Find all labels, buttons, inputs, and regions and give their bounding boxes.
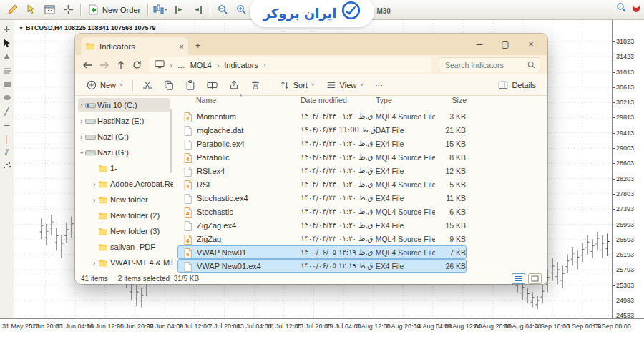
file-row[interactable]: 4 VWAP New01 ۱۴۰۰/۰۶/۰۵ ق.ظ ۱۲:۱۹ MQL4 S… xyxy=(177,245,467,259)
pattern-tool-icon[interactable] xyxy=(1,159,14,172)
forward-icon[interactable] xyxy=(99,61,109,69)
pencil-icon[interactable] xyxy=(4,1,21,19)
paste-button[interactable] xyxy=(181,78,200,92)
alert-icon[interactable] xyxy=(631,3,641,16)
file-size: 12 KB xyxy=(435,167,466,175)
rectangle-tool-icon[interactable] xyxy=(1,77,14,91)
tab-close-icon[interactable]: × xyxy=(180,42,184,51)
file-row[interactable]: ZigZag.ex4 ۱۴۰۴/۰۴/۲۳ ق.ظ ۰۱:۲۰ EX4 File… xyxy=(177,218,467,232)
column-header-type[interactable]: Type xyxy=(376,96,436,108)
drive-icon xyxy=(85,117,97,125)
maximize-button[interactable]: ▢ xyxy=(499,39,512,49)
tree-item[interactable]: › Adobe.Acrobat.Reader.D xyxy=(78,177,173,191)
column-header-size[interactable]: Size xyxy=(436,96,467,108)
price-axis[interactable]: 3182331423310133061330213298132941329003… xyxy=(613,20,644,318)
view-button[interactable]: View˅ xyxy=(322,78,368,92)
file-row[interactable]: RSI.ex4 ۱۴۰۴/۰۴/۲۳ ق.ظ ۰۱:۲۰ EX4 File 12… xyxy=(177,164,467,177)
ellipse-tool-icon[interactable] xyxy=(1,91,14,104)
mql4-file-icon: 4 xyxy=(183,248,192,258)
file-row[interactable]: 4 Stochastic ۱۴۰۴/۰۴/۲۳ ق.ظ ۰۱:۲۰ MQL4 S… xyxy=(177,205,467,218)
cut-button[interactable] xyxy=(138,78,157,92)
tree-item[interactable]: New folder (2) xyxy=(78,208,173,223)
more-options-button[interactable]: ··· xyxy=(371,79,387,92)
zoom-in-icon[interactable] xyxy=(233,1,250,19)
timeframe-M30-button[interactable]: M30 xyxy=(372,4,394,18)
new-order-button[interactable]: New Order xyxy=(84,1,144,19)
breadcrumb-item-indicators[interactable]: Indicators xyxy=(224,61,258,69)
tree-item[interactable]: › New folder xyxy=(78,192,173,207)
thumbnail-view-toggle[interactable] xyxy=(528,273,542,284)
rename-button[interactable] xyxy=(203,78,222,92)
tree-item[interactable]: 1- xyxy=(78,161,173,175)
tree-item[interactable]: › Nazi (G:) xyxy=(78,145,170,160)
explorer-titlebar[interactable]: Indicators × + ─ ▢ × xyxy=(75,34,547,55)
drive-icon xyxy=(85,149,97,157)
mql4-file-icon: 4 xyxy=(183,235,192,245)
tree-item-label: New folder (3) xyxy=(110,227,160,235)
share-button[interactable] xyxy=(225,78,243,92)
column-header-name[interactable]: ∧Name xyxy=(177,96,301,108)
explorer-tab-indicators[interactable]: Indicators × xyxy=(81,37,188,55)
file-row[interactable]: 4 ZigZag ۱۴۰۴/۰۴/۲۳ ق.ظ ۰۱:۲۰ MQL4 Sourc… xyxy=(177,232,467,245)
vertical-line-tool-icon[interactable]: │ xyxy=(1,132,14,145)
mt4-drawing-toolbar: ✛ ╱ ─ │ ⫽ xyxy=(0,20,14,318)
minimize-button[interactable]: ─ xyxy=(473,39,486,49)
delete-button[interactable] xyxy=(246,78,265,92)
price-tick: 26193 xyxy=(616,251,634,258)
diagonal-line-tool-icon[interactable]: ╱ xyxy=(1,104,14,118)
file-row[interactable]: mqlcache.dat ۱۴۰۴/۰۶/۲۴ ق.ظ 11:00 DAT Fi… xyxy=(177,123,467,137)
tree-item[interactable]: New folder (3) xyxy=(78,224,173,238)
file-row[interactable]: VWAP New01.ex4 ۱۴۰۰/۰۶/۰۵ ق.ظ ۱۲:۱۹ EX4 … xyxy=(177,259,467,273)
trendline-tool-icon[interactable] xyxy=(1,50,14,64)
file-row[interactable]: 4 RSI ۱۴۰۴/۰۴/۲۳ ق.ظ ۰۱:۲۰ MQL4 Source F… xyxy=(177,177,467,191)
tree-scrollbar[interactable] xyxy=(170,109,172,173)
new-button[interactable]: New˅ xyxy=(82,78,127,92)
iranbroker-logo-icon xyxy=(341,1,361,23)
up-icon[interactable] xyxy=(117,60,125,69)
search-box[interactable] xyxy=(439,57,540,72)
refresh-icon[interactable] xyxy=(132,60,142,69)
cursor-star-icon[interactable] xyxy=(22,1,39,19)
file-row[interactable]: 4 Momentum ۱۴۰۴/۰۴/۲۳ ق.ظ ۰۱:۲۰ MQL4 Sou… xyxy=(177,109,467,123)
details-pane-button[interactable]: Details xyxy=(494,78,540,92)
column-header-date[interactable]: Date modified xyxy=(301,96,376,108)
new-tab-button[interactable]: + xyxy=(195,40,201,51)
back-icon[interactable] xyxy=(82,61,92,69)
chart-type-dropdown[interactable] xyxy=(152,1,169,19)
shift-chart-icon[interactable] xyxy=(170,1,187,19)
tree-item[interactable]: › Nazi (G:) xyxy=(78,130,170,144)
tree-item-label: VWAP-MT 4 & MT5-Ind xyxy=(110,258,173,267)
file-name: VWAP New01.ex4 xyxy=(178,262,301,270)
file-name: Parabolic xyxy=(178,153,301,162)
svg-text:4: 4 xyxy=(186,114,190,121)
tree-item[interactable]: › VWAP-MT 4 & MT5-Ind xyxy=(78,255,173,270)
file-row[interactable]: Parabolic.ex4 ۱۴۰۴/۰۴/۲۳ ق.ظ ۰۱:۲۰ EX4 F… xyxy=(177,137,467,150)
breadcrumb[interactable]: › … MQL4 › Indicators › xyxy=(149,57,431,72)
search-icon[interactable] xyxy=(616,2,627,16)
channel-tool-icon[interactable]: ⫽ xyxy=(1,145,14,159)
file-row[interactable]: 4 Parabolic ۱۴۰۴/۰۴/۲۳ ق.ظ ۰۱:۲۰ MQL4 So… xyxy=(177,150,467,164)
time-axis[interactable]: 31 May 20235 Jun 20:0011 Jun 04:0016 Jun… xyxy=(0,318,644,337)
crosshair-tool-icon[interactable]: ✛ xyxy=(1,23,14,36)
search-input[interactable] xyxy=(444,60,527,70)
copy-button[interactable] xyxy=(160,78,178,92)
close-button[interactable]: × xyxy=(525,39,537,49)
details-view-toggle[interactable] xyxy=(512,273,525,284)
breadcrumb-separator: › xyxy=(263,61,266,69)
chart-window-icon[interactable] xyxy=(41,1,58,19)
zoom-out-icon[interactable] xyxy=(214,1,231,19)
cursor-tool-icon[interactable] xyxy=(1,36,14,50)
sort-button[interactable]: Sort˅ xyxy=(275,78,319,92)
chart-collapse-icon[interactable]: ▼ xyxy=(19,26,24,31)
breadcrumb-ellipsis[interactable]: … xyxy=(177,61,185,69)
tree-item[interactable]: › HastiNaz (E:) xyxy=(78,114,170,128)
chart-shift-end-icon[interactable] xyxy=(189,1,206,19)
sort-ascending-icon: ∧ xyxy=(239,93,243,99)
tree-item[interactable]: salivan- PDF xyxy=(78,240,173,254)
tree-item[interactable]: › Win 10 (C:) xyxy=(78,98,170,112)
crosshair-icon[interactable] xyxy=(59,1,77,19)
fibo-tool-icon[interactable] xyxy=(1,64,14,77)
horizontal-line-tool-icon[interactable]: ─ xyxy=(1,118,14,132)
breadcrumb-item-mql4[interactable]: MQL4 xyxy=(190,61,212,69)
file-row[interactable]: Stochastic.ex4 ۱۴۰۴/۰۴/۲۳ ق.ظ ۰۱:۲۰ EX4 … xyxy=(177,191,467,205)
